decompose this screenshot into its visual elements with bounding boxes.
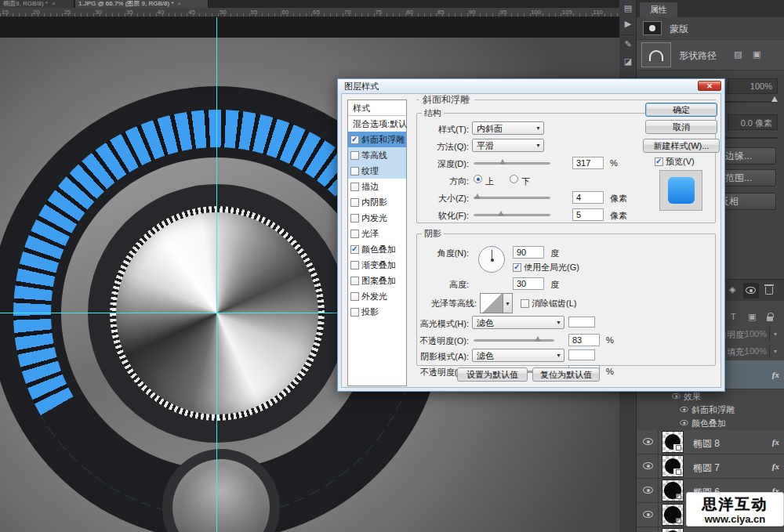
style-item-outer-glow[interactable]: 外发光 [348,288,406,304]
style-item-drop-shadow[interactable]: 投影 [348,304,406,320]
checkbox[interactable] [350,308,359,317]
highlight-opacity-slider[interactable] [474,339,554,342]
angle-value[interactable]: 90 [513,246,544,259]
highlight-color-swatch[interactable] [568,317,595,328]
soften-slider[interactable] [474,214,550,216]
checkbox[interactable] [350,277,359,285]
pen-icon[interactable]: ✎ [619,39,637,49]
style-item-inner-shadow[interactable]: 内阴影 [348,194,406,210]
new-style-button[interactable]: 新建样式(W)... [643,139,720,153]
layer-row-ellipse7[interactable]: 椭圆 7 fx [637,454,784,479]
layer-thumbnail[interactable] [662,480,684,501]
opacity-value[interactable]: 100% [745,329,767,338]
gloss-contour-thumbnail[interactable] [480,293,503,313]
eye-cell[interactable] [637,454,659,478]
size-slider-thumb[interactable] [474,194,481,199]
direction-down-radio[interactable] [510,175,518,183]
eye-cell[interactable] [637,527,659,532]
checkbox[interactable] [350,292,359,301]
checkbox[interactable] [350,151,359,160]
trash-icon[interactable] [765,287,773,295]
shape-path-row[interactable]: 形状路径 ▨ ▣ [637,39,784,71]
highlight-opacity-value[interactable]: 83 [568,334,600,346]
half-square-icon[interactable]: ◪ [619,56,637,67]
eye-toggle-pressed[interactable] [743,283,759,299]
preview-check-row[interactable]: 预览(V) [655,156,695,168]
close-icon[interactable]: ✕ [698,81,721,91]
style-item-pattern-overlay[interactable]: 图案叠加 [348,273,406,288]
tab-properties[interactable]: 属性 [640,2,677,17]
chevron-down-icon[interactable]: ▾ [769,345,781,358]
angle-dial[interactable] [478,246,505,273]
layer-thumbnail[interactable] [662,504,684,526]
layer-row-ellipse8[interactable]: 椭圆 8 fx [637,430,784,454]
checkbox[interactable] [350,261,359,270]
document-tab-2[interactable]: 1.JPG @ 66.7% (图层 9, RGB/8) *× [75,0,209,8]
chevron-down-icon[interactable]: ▾ [769,328,781,341]
checkbox[interactable] [350,198,359,207]
fill-value[interactable]: 100% [745,346,767,356]
ok-button[interactable]: 确定 [645,103,717,117]
set-default-button[interactable]: 设置为默认值 [457,367,528,382]
vector-mask-icon[interactable]: ▨ [734,49,742,60]
shadow-color-swatch[interactable] [568,349,595,360]
checkbox[interactable] [350,245,359,254]
soften-value[interactable]: 5 [572,208,604,221]
highlight-opacity-thumb[interactable] [535,336,541,342]
checkbox[interactable] [513,263,521,272]
checkbox[interactable] [350,214,359,223]
depth-slider-thumb[interactable] [499,159,506,165]
style-item-gradient-overlay[interactable]: 渐变叠加 [348,257,406,273]
close-tab-icon[interactable]: × [178,0,182,7]
play-icon[interactable]: ▶ [619,19,637,29]
technique-select[interactable]: 平滑▼ [472,139,544,152]
style-item-inner-glow[interactable]: 内发光 [348,210,406,226]
text-lock-icon[interactable]: T [731,312,736,321]
checkbox[interactable] [350,183,359,191]
shadow-mode-select[interactable]: 滤色▼ [472,349,564,362]
layer-row-partial[interactable] [637,527,784,532]
effect-bevel-row[interactable]: 斜面和浮雕 [637,403,784,416]
fx-badge[interactable]: fx [772,461,779,471]
cancel-button[interactable]: 取消 [645,120,717,134]
eye-icon[interactable] [680,420,688,425]
panel-grid-icon[interactable]: ▤ [619,3,637,13]
highlight-mode-select[interactable]: 滤色▼ [472,316,564,329]
close-tab-icon[interactable]: × [52,0,56,7]
global-light-check-row[interactable]: 使用全局光(G) [513,262,579,273]
density-value[interactable]: 100% [728,78,778,94]
lock-icon[interactable] [767,317,773,321]
style-item-contour[interactable]: 等高线 [348,147,406,163]
style-item-blending-options[interactable]: 混合选项:默认 [348,116,406,132]
style-item-satin[interactable]: 光泽 [348,226,406,241]
dialog-titlebar[interactable]: 图层样式 ✕ [338,79,724,93]
layer-thumbnail[interactable] [662,431,684,453]
depth-slider[interactable] [474,162,550,165]
size-slider[interactable] [474,197,550,199]
style-item-stroke[interactable]: 描边 [348,179,406,194]
style-item-texture[interactable]: 纹理 [348,163,406,179]
document-tab-1[interactable]: 椭圆9, RGB/8) *× [0,0,74,8]
eye-cell[interactable] [637,479,659,502]
feather-value[interactable]: 0.0 像素 [728,114,778,130]
mask-icon[interactable] [643,21,662,35]
bevel-style-select[interactable]: 内斜面▼ [472,121,544,135]
shape-path-thumbnail[interactable] [641,42,671,67]
layer-thumbnail[interactable] [662,528,684,532]
reset-default-button[interactable]: 复位为默认值 [532,367,600,382]
checkbox[interactable] [350,230,359,238]
eye-icon[interactable] [680,407,688,412]
chevron-down-icon[interactable]: ▼ [503,293,513,313]
effect-color-overlay-row[interactable]: 颜色叠加 [637,416,784,429]
fx-badge[interactable]: fx [772,437,779,447]
eye-icon[interactable] [672,393,680,399]
diamond-icon[interactable]: ◈ [729,284,735,295]
eye-cell[interactable] [637,430,659,454]
style-item-color-overlay[interactable]: 颜色叠加 [348,241,406,257]
checkbox[interactable] [521,299,529,308]
frame-lock-icon[interactable]: ▣ [748,312,756,322]
direction-up-radio[interactable] [474,175,482,183]
eye-cell[interactable] [637,503,659,527]
style-item-bevel-emboss[interactable]: 斜面和浮雕 [348,132,406,147]
density-slider-thumb[interactable] [771,96,778,102]
